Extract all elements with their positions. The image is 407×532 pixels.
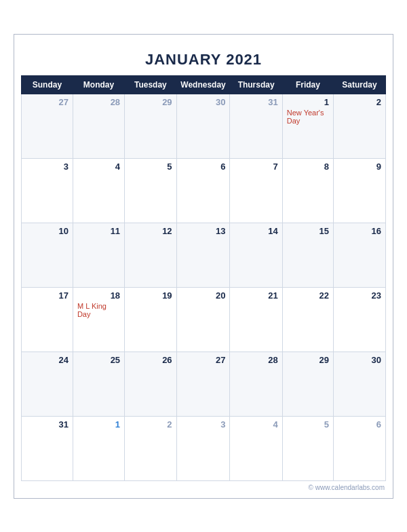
day-number: 3 [181,419,226,430]
calendar-title: JANUARY 2021 [21,41,386,75]
header-cell-sunday: Sunday [22,75,73,94]
day-number: 10 [26,226,69,236]
day-cell: 23 [334,287,386,352]
day-cell: 6 [334,416,386,480]
day-number: 1 [287,97,329,107]
day-number: 5 [287,419,329,430]
day-number: 18 [77,290,120,301]
day-cell: 5 [125,158,177,223]
week-row-1: 3456789 [22,158,386,223]
day-number: 31 [26,419,69,430]
day-cell: 14 [230,223,282,287]
day-number: 20 [181,290,226,301]
calendar-grid: SundayMondayTuesdayWednesdayThursdayFrid… [21,75,386,481]
day-cell: 4 [230,416,282,480]
header-cell-saturday: Saturday [334,75,386,94]
event-label: M L King Day [77,302,120,318]
day-number: 30 [181,97,226,107]
day-number: 12 [129,226,172,236]
calendar-wrapper: JANUARY 2021 SundayMondayTuesdayWednesda… [14,34,393,499]
day-number: 26 [129,355,172,365]
day-cell: 27 [22,94,73,158]
day-number: 16 [338,226,381,236]
day-cell: 20 [176,287,230,352]
day-number: 25 [77,355,120,365]
day-number: 27 [26,97,69,107]
day-number: 5 [129,162,172,172]
day-number: 11 [77,226,120,236]
day-cell: 2 [125,416,177,480]
day-cell: 9 [334,158,386,223]
day-number: 6 [181,162,226,172]
day-cell: 26 [125,352,177,416]
day-number: 17 [26,290,69,301]
day-cell: 5 [282,416,333,480]
day-cell: 27 [176,352,230,416]
day-number: 3 [26,162,69,172]
day-number: 31 [234,97,277,107]
day-cell: 21 [230,287,282,352]
day-number: 6 [338,419,381,430]
day-number: 15 [287,226,329,236]
day-number: 29 [129,97,172,107]
day-cell: 22 [282,287,333,352]
day-number: 19 [129,290,172,301]
day-cell: 1New Year's Day [282,94,333,158]
header-cell-tuesday: Tuesday [125,75,177,94]
day-cell: 17 [22,287,73,352]
day-number: 29 [287,355,329,365]
day-cell: 15 [282,223,333,287]
week-row-5: 31123456 [22,416,386,480]
day-number: 28 [77,97,120,107]
day-cell: 19 [125,287,177,352]
day-cell: 1 [73,416,124,480]
day-number: 4 [77,162,120,172]
day-cell: 3 [22,158,73,223]
day-number: 8 [287,162,329,172]
week-row-4: 24252627282930 [22,352,386,416]
day-cell: 6 [176,158,230,223]
day-number: 7 [234,162,277,172]
day-cell: 30 [176,94,230,158]
day-number: 9 [338,162,381,172]
day-cell: 31 [230,94,282,158]
day-cell: 25 [73,352,124,416]
day-cell: 12 [125,223,177,287]
watermark: © www.calendarlabs.com [21,481,386,491]
day-cell: 11 [73,223,124,287]
day-number: 4 [234,419,277,430]
day-cell: 8 [282,158,333,223]
day-cell: 29 [125,94,177,158]
event-label: New Year's Day [287,109,329,125]
day-cell: 2 [334,94,386,158]
day-cell: 16 [334,223,386,287]
day-number: 28 [234,355,277,365]
day-number: 23 [338,290,381,301]
day-cell: 7 [230,158,282,223]
header-row: SundayMondayTuesdayWednesdayThursdayFrid… [22,75,386,94]
day-number: 24 [26,355,69,365]
day-number: 1 [77,419,120,430]
header-cell-monday: Monday [73,75,124,94]
header-cell-thursday: Thursday [230,75,282,94]
day-cell: 24 [22,352,73,416]
week-row-0: 27282930311New Year's Day2 [22,94,386,158]
day-cell: 28 [73,94,124,158]
week-row-3: 1718M L King Day1920212223 [22,287,386,352]
day-number: 22 [287,290,329,301]
day-cell: 31 [22,416,73,480]
week-row-2: 10111213141516 [22,223,386,287]
day-number: 14 [234,226,277,236]
day-number: 13 [181,226,226,236]
header-cell-friday: Friday [282,75,333,94]
day-number: 30 [338,355,381,365]
day-number: 2 [129,419,172,430]
day-cell: 3 [176,416,230,480]
day-number: 27 [181,355,226,365]
day-cell: 28 [230,352,282,416]
day-number: 21 [234,290,277,301]
day-cell: 4 [73,158,124,223]
day-number: 2 [338,97,381,107]
day-cell: 30 [334,352,386,416]
day-cell: 29 [282,352,333,416]
